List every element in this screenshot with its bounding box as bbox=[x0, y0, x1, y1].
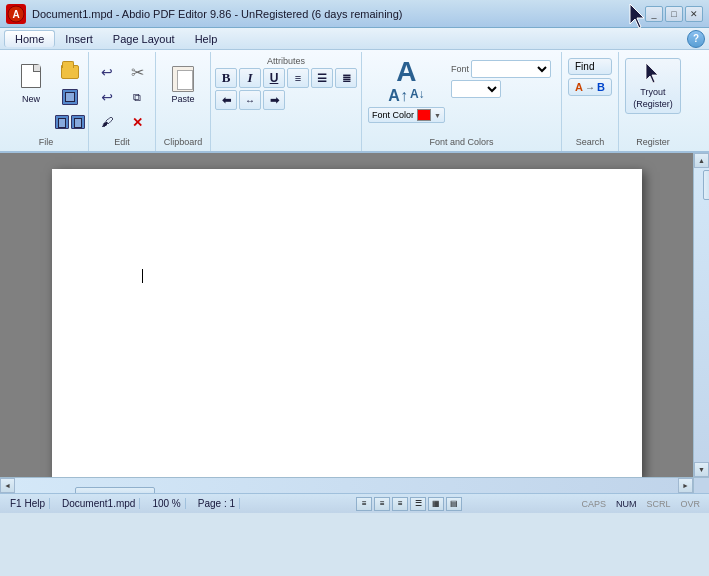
find-label: Find bbox=[575, 61, 594, 72]
text-cursor bbox=[142, 269, 143, 283]
cursor-icon bbox=[643, 62, 663, 86]
menu-bar: Home Insert Page Layout Help ? bbox=[0, 28, 709, 50]
replace-icon: A → B bbox=[575, 81, 605, 93]
status-align-icon-2[interactable]: ≡ bbox=[374, 497, 390, 511]
scroll-corner bbox=[693, 477, 709, 493]
ribbon-group-clipboard: Paste Clipboard bbox=[156, 52, 211, 151]
align-right-icon: ➡ bbox=[270, 94, 279, 107]
vertical-scrollbar[interactable]: ▲ ▼ bbox=[693, 153, 709, 477]
menu-pagelayout[interactable]: Page Layout bbox=[103, 31, 185, 47]
scrl-indicator: SCRL bbox=[643, 499, 673, 509]
edit-group-label: Edit bbox=[93, 136, 151, 149]
scroll-right-button[interactable]: ► bbox=[678, 478, 693, 493]
italic-icon: I bbox=[247, 70, 252, 86]
status-bar: F1 Help Document1.mpd 100 % Page : 1 ≡ ≡… bbox=[0, 493, 709, 513]
vertical-scroll-thumb[interactable] bbox=[703, 170, 710, 200]
italic-button[interactable]: I bbox=[239, 68, 261, 88]
help-icon-button[interactable]: ? bbox=[687, 30, 705, 48]
menu-home[interactable]: Home bbox=[4, 30, 55, 47]
status-indicators: CAPS NUM SCRL OVR bbox=[578, 499, 703, 509]
font-small-a-shrink: A↓ bbox=[410, 88, 425, 104]
font-colors-group-label: Font and Colors bbox=[366, 136, 557, 149]
status-align-icon-5[interactable]: ▦ bbox=[428, 497, 444, 511]
title-bar: A Document1.mpd - Abdio PDF Editor 9.86 … bbox=[0, 0, 709, 28]
find-button[interactable]: Find bbox=[568, 58, 612, 75]
tryout-register-button[interactable]: Tryout(Register) bbox=[625, 58, 681, 114]
cursor-pointer-icon bbox=[626, 2, 650, 32]
copy-icon: ⧉ bbox=[133, 91, 141, 104]
ribbon-group-attributes: Attributes B I U ≡ ☰ ≣ bbox=[211, 52, 362, 151]
align-right-button[interactable]: ➡ bbox=[263, 90, 285, 110]
paste-icon bbox=[167, 60, 199, 92]
status-align-icon-1[interactable]: ≡ bbox=[356, 497, 372, 511]
font-color-label: Font Color bbox=[372, 110, 414, 120]
font-large-a: A bbox=[396, 58, 416, 86]
font-color-button[interactable]: Font Color ▼ bbox=[368, 107, 445, 123]
undo-icon: ↩ bbox=[101, 64, 113, 80]
redo-icon: ↪ bbox=[101, 89, 113, 105]
list2-button[interactable]: ☰ bbox=[311, 68, 333, 88]
new-doc-icon bbox=[15, 60, 47, 92]
horizontal-scrollbar[interactable]: ◄ ► bbox=[0, 477, 693, 493]
open-icon bbox=[61, 65, 79, 79]
canvas-area[interactable]: ▲ ▼ ◄ ► bbox=[0, 153, 709, 493]
scroll-up-button[interactable]: ▲ bbox=[694, 153, 709, 168]
open-button[interactable] bbox=[56, 60, 84, 84]
file-group-label: File bbox=[8, 136, 84, 149]
new-button[interactable]: New bbox=[8, 56, 54, 108]
list3-icon: ≣ bbox=[342, 72, 351, 85]
ribbon-group-font-colors: A A↑ A↓ Font Color ▼ Font bbox=[362, 52, 562, 151]
paste-button[interactable]: Paste bbox=[160, 56, 206, 108]
svg-text:A: A bbox=[12, 9, 19, 20]
ribbon-group-register: Tryout(Register) Register bbox=[619, 52, 687, 151]
align-center-button[interactable]: ↔ bbox=[239, 90, 261, 110]
scroll-down-button[interactable]: ▼ bbox=[694, 462, 709, 477]
list1-icon: ≡ bbox=[295, 72, 301, 84]
document-canvas[interactable] bbox=[0, 153, 693, 477]
saveas-button[interactable] bbox=[56, 110, 84, 134]
clipboard-group-label: Clipboard bbox=[160, 136, 206, 149]
format-painter-icon: 🖌 bbox=[101, 115, 113, 129]
maximize-button[interactable]: □ bbox=[665, 6, 683, 22]
menu-help[interactable]: Help bbox=[185, 31, 228, 47]
align-left-button[interactable]: ⬅ bbox=[215, 90, 237, 110]
bold-icon: B bbox=[222, 70, 231, 86]
font-small-a-grow: A↑ bbox=[388, 88, 408, 104]
save-icon bbox=[62, 89, 78, 105]
scissors-button[interactable]: ✂ bbox=[123, 60, 151, 84]
menu-insert[interactable]: Insert bbox=[55, 31, 103, 47]
tryout-label: Tryout(Register) bbox=[633, 87, 673, 110]
status-align-icon-6[interactable]: ▤ bbox=[446, 497, 462, 511]
underline-button[interactable]: U bbox=[263, 68, 285, 88]
pdf-page[interactable] bbox=[52, 169, 642, 477]
undo-button[interactable]: ↩ bbox=[93, 60, 121, 84]
status-align-icon-3[interactable]: ≡ bbox=[392, 497, 408, 511]
bold-button[interactable]: B bbox=[215, 68, 237, 88]
delete-button[interactable]: ✕ bbox=[123, 110, 151, 134]
replace-button[interactable]: A → B bbox=[568, 78, 612, 96]
scroll-left-button[interactable]: ◄ bbox=[0, 478, 15, 493]
list3-button[interactable]: ≣ bbox=[335, 68, 357, 88]
copy-button[interactable]: ⧉ bbox=[123, 85, 151, 109]
search-group-label: Search bbox=[566, 136, 614, 149]
font-group-label: Font bbox=[451, 64, 469, 74]
close-button[interactable]: ✕ bbox=[685, 6, 703, 22]
ribbon-group-search: Find A → B Search bbox=[562, 52, 619, 151]
list1-button[interactable]: ≡ bbox=[287, 68, 309, 88]
font-size-select[interactable] bbox=[451, 80, 501, 98]
status-filename: Document1.mpd bbox=[58, 498, 140, 509]
scissors-icon: ✂ bbox=[131, 63, 144, 82]
status-help[interactable]: F1 Help bbox=[6, 498, 50, 509]
window-title: Document1.mpd - Abdio PDF Editor 9.86 - … bbox=[32, 8, 645, 20]
font-color-swatch bbox=[417, 109, 431, 121]
status-align-icon-4[interactable]: ☰ bbox=[410, 497, 426, 511]
horizontal-scroll-thumb[interactable] bbox=[75, 487, 155, 494]
format-painter-button[interactable]: 🖌 bbox=[93, 110, 121, 134]
align-center-icon: ↔ bbox=[245, 95, 255, 106]
save-button[interactable] bbox=[56, 85, 84, 109]
align-left-icon: ⬅ bbox=[222, 94, 231, 107]
ribbon-group-edit: ↩ ↪ 🖌 ✂ ⧉ ✕ Edit bbox=[89, 52, 156, 151]
redo-button[interactable]: ↪ bbox=[93, 85, 121, 109]
font-family-select[interactable] bbox=[471, 60, 551, 78]
window-controls: _ □ ✕ bbox=[645, 6, 703, 22]
